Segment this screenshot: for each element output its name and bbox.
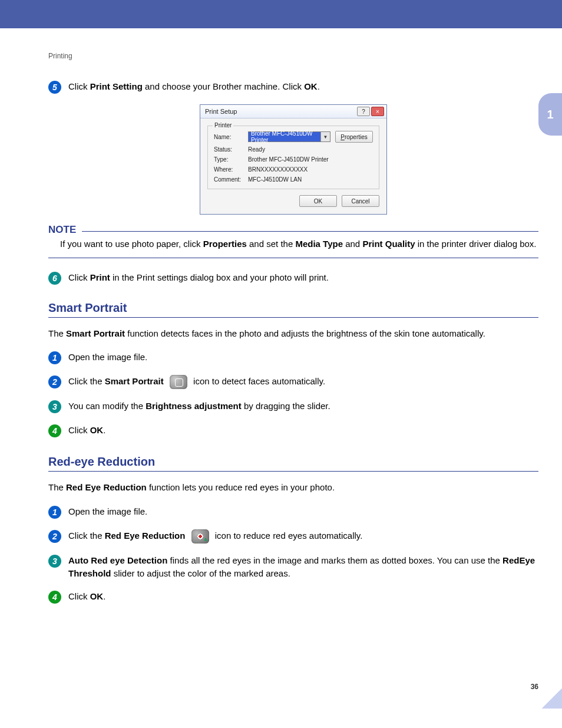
sp-step-2-text: Click the Smart Portrait icon to detect … xyxy=(68,375,538,389)
type-label: Type: xyxy=(214,156,248,163)
re-step-3-text: Auto Red eye Detection finds all the red… xyxy=(68,554,538,580)
re-step-4-text: Click OK. xyxy=(68,590,538,603)
printer-group: Printer Name: Brother MFC-J4510DW Printe… xyxy=(207,126,379,189)
sp-step-4-text: Click OK. xyxy=(68,424,538,437)
step-badge-2b: 2 xyxy=(48,530,61,543)
where-value: BRNXXXXXXXXXXXX xyxy=(248,166,308,173)
step-badge-1: 1 xyxy=(48,351,61,364)
note-block: NOTE If you want to use photo paper, cli… xyxy=(48,231,538,258)
dialog-titlebar: Print Setup ? × xyxy=(200,105,386,118)
print-setup-dialog: Print Setup ? × Printer Name: Brother MF… xyxy=(200,104,387,215)
step-badge-1b: 1 xyxy=(48,506,61,519)
re-step-1: 1 Open the image file. xyxy=(48,505,538,519)
print-setup-dialog-wrap: Print Setup ? × Printer Name: Brother MF… xyxy=(48,104,538,215)
chevron-down-icon[interactable]: ▼ xyxy=(320,132,330,141)
re-step-2: 2 Click the Red Eye Reduction icon to re… xyxy=(48,529,538,543)
comment-value: MFC-J4510DW LAN xyxy=(248,176,302,183)
sp-step-2: 2 Click the Smart Portrait icon to detec… xyxy=(48,375,538,389)
step-badge-3b: 3 xyxy=(48,555,61,568)
cancel-button[interactable]: Cancel xyxy=(342,195,379,207)
status-value: Ready xyxy=(248,146,265,153)
ok-button[interactable]: OK xyxy=(299,195,337,207)
page-header: Printing xyxy=(48,52,538,60)
step-6: 6 Click Print in the Print settings dial… xyxy=(48,271,538,285)
name-label: Name: xyxy=(214,134,248,140)
comment-label: Comment: xyxy=(214,176,248,183)
status-label: Status: xyxy=(214,146,248,153)
step-5-text: Click Print Setting and choose your Brot… xyxy=(68,80,538,93)
page-number: 36 xyxy=(531,683,538,691)
sp-step-3-text: You can modify the Brightness adjustment… xyxy=(68,400,538,413)
re-step-3: 3 Auto Red eye Detection finds all the r… xyxy=(48,554,538,580)
step-badge-6: 6 xyxy=(48,272,61,285)
help-button[interactable]: ? xyxy=(357,107,370,116)
type-value: Brother MFC-J4510DW Printer xyxy=(248,156,329,163)
top-bar xyxy=(0,0,562,28)
red-eye-reduction-icon xyxy=(191,529,209,543)
printer-group-label: Printer xyxy=(213,122,233,129)
redeye-intro: The Red Eye Reduction function lets you … xyxy=(48,481,538,495)
printer-name-combo[interactable]: Brother MFC-J4510DW Printer ▼ xyxy=(248,131,330,142)
step-badge-2: 2 xyxy=(48,375,61,388)
properties-button[interactable]: Properties xyxy=(335,131,373,143)
step-badge-4b: 4 xyxy=(48,591,61,604)
step-badge-4: 4 xyxy=(48,424,61,437)
section-smart-portrait-heading: Smart Portrait xyxy=(48,301,538,318)
re-step-2-text: Click the Red Eye Reduction icon to redu… xyxy=(68,529,538,543)
sp-step-1: 1 Open the image file. xyxy=(48,351,538,364)
smart-portrait-icon xyxy=(170,375,187,389)
page-corner-icon xyxy=(542,689,562,709)
step-5: 5 Click Print Setting and choose your Br… xyxy=(48,80,538,94)
smart-portrait-intro: The Smart Portrait function detects face… xyxy=(48,327,538,341)
where-label: Where: xyxy=(214,166,248,173)
note-title: NOTE xyxy=(48,224,82,236)
step-badge-5: 5 xyxy=(48,81,61,94)
note-body: If you want to use photo paper, click Pr… xyxy=(48,238,538,251)
step-badge-3: 3 xyxy=(48,400,61,413)
sp-step-1-text: Open the image file. xyxy=(68,351,538,364)
sp-step-3: 3 You can modify the Brightness adjustme… xyxy=(48,400,538,413)
section-redeye-heading: Red-eye Reduction xyxy=(48,455,538,472)
re-step-4: 4 Click OK. xyxy=(48,590,538,604)
re-step-1-text: Open the image file. xyxy=(68,505,538,518)
sp-step-4: 4 Click OK. xyxy=(48,424,538,437)
dialog-title: Print Setup xyxy=(205,108,237,115)
close-button[interactable]: × xyxy=(371,107,384,116)
step-6-text: Click Print in the Print settings dialog… xyxy=(68,271,538,284)
page-content: Printing 5 Click Print Setting and choos… xyxy=(0,28,562,709)
